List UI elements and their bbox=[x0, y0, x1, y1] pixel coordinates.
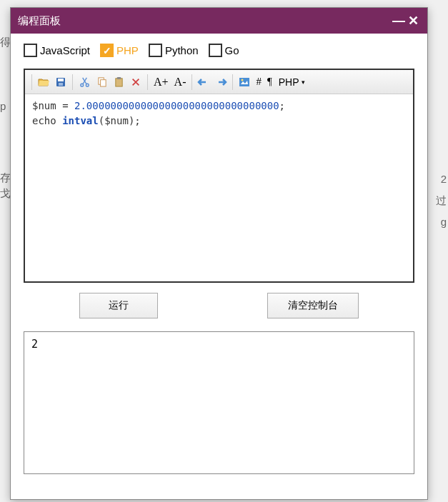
lang-go[interactable]: Go bbox=[209, 44, 239, 57]
bg-text: 戈 bbox=[0, 187, 11, 201]
bg-text: p bbox=[0, 100, 6, 112]
lang-php[interactable]: PHP bbox=[100, 44, 139, 57]
separator bbox=[147, 74, 148, 90]
font-decrease-button[interactable]: A- bbox=[172, 76, 189, 89]
close-button[interactable]: ✕ bbox=[406, 13, 420, 29]
copy-icon[interactable] bbox=[94, 74, 109, 91]
code-token: $num bbox=[104, 115, 129, 126]
code-token: $num bbox=[32, 100, 56, 111]
lang-label: Python bbox=[165, 44, 199, 56]
bg-text: 2 bbox=[441, 173, 447, 185]
bg-text: 过 bbox=[436, 194, 447, 208]
checkbox-icon bbox=[149, 44, 162, 57]
font-increase-button[interactable]: A+ bbox=[151, 76, 171, 89]
separator bbox=[72, 74, 73, 90]
action-buttons: 运行 清空控制台 bbox=[11, 283, 427, 328]
code-token: ( bbox=[99, 115, 104, 126]
bg-text: g bbox=[441, 216, 447, 228]
paste-icon[interactable] bbox=[111, 74, 126, 91]
code-editor: A+ A- # ¶ PHP ▾ $num = 2.000000000000000… bbox=[24, 69, 414, 283]
minimize-button[interactable]: — bbox=[392, 14, 406, 29]
code-token: echo bbox=[32, 115, 62, 126]
svg-rect-2 bbox=[59, 83, 63, 86]
separator bbox=[191, 74, 192, 90]
separator bbox=[232, 74, 233, 90]
hash-button[interactable]: # bbox=[254, 76, 264, 88]
language-selector: JavaScript PHP Python Go bbox=[11, 34, 427, 64]
lang-label: Go bbox=[225, 44, 239, 56]
lang-label: PHP bbox=[116, 44, 139, 56]
code-textarea[interactable]: $num = 2.0000000000000000000000000000000… bbox=[25, 94, 413, 281]
lang-label: JavaScript bbox=[40, 44, 90, 56]
svg-rect-7 bbox=[115, 79, 121, 86]
separator bbox=[31, 74, 32, 90]
titlebar: 编程面板 — ✕ bbox=[11, 8, 427, 34]
save-icon[interactable] bbox=[53, 74, 69, 91]
svg-rect-6 bbox=[100, 80, 106, 86]
bg-text: 得 bbox=[0, 36, 11, 49]
chevron-down-icon: ▾ bbox=[302, 79, 305, 86]
bg-text: 存 bbox=[0, 171, 11, 185]
panel-title: 编程面板 bbox=[18, 14, 392, 28]
svg-rect-1 bbox=[58, 79, 64, 81]
redo-icon[interactable] bbox=[213, 74, 229, 91]
code-token: ); bbox=[129, 115, 141, 126]
checkbox-checked-icon bbox=[100, 44, 114, 57]
lang-javascript[interactable]: JavaScript bbox=[24, 44, 90, 57]
lang-python[interactable]: Python bbox=[149, 44, 199, 57]
open-icon[interactable] bbox=[36, 74, 51, 91]
code-token: intval bbox=[62, 115, 99, 126]
svg-point-3 bbox=[80, 84, 83, 86]
cut-icon[interactable] bbox=[76, 74, 92, 91]
undo-icon[interactable] bbox=[196, 74, 211, 91]
svg-point-10 bbox=[242, 79, 244, 81]
console-output[interactable]: 2 bbox=[24, 331, 414, 474]
code-token: = bbox=[56, 100, 74, 111]
clear-console-button[interactable]: 清空控制台 bbox=[267, 293, 359, 318]
delete-icon[interactable] bbox=[128, 74, 144, 91]
console-text: 2 bbox=[31, 338, 38, 351]
code-token: ; bbox=[279, 100, 285, 111]
checkbox-icon bbox=[24, 44, 37, 57]
pilcrow-button[interactable]: ¶ bbox=[265, 76, 274, 88]
run-button[interactable]: 运行 bbox=[79, 293, 158, 318]
coding-panel: 编程面板 — ✕ JavaScript PHP Python Go bbox=[10, 7, 428, 500]
language-dropdown[interactable]: PHP ▾ bbox=[276, 76, 308, 88]
editor-toolbar: A+ A- # ¶ PHP ▾ bbox=[25, 70, 413, 94]
image-icon[interactable] bbox=[237, 74, 252, 91]
checkbox-icon bbox=[209, 44, 222, 57]
svg-rect-9 bbox=[239, 78, 249, 86]
svg-rect-8 bbox=[116, 77, 121, 79]
code-token: 2.00000000000000000000000000000000 bbox=[74, 100, 279, 111]
language-dropdown-label: PHP bbox=[279, 76, 299, 88]
svg-point-4 bbox=[86, 84, 89, 86]
